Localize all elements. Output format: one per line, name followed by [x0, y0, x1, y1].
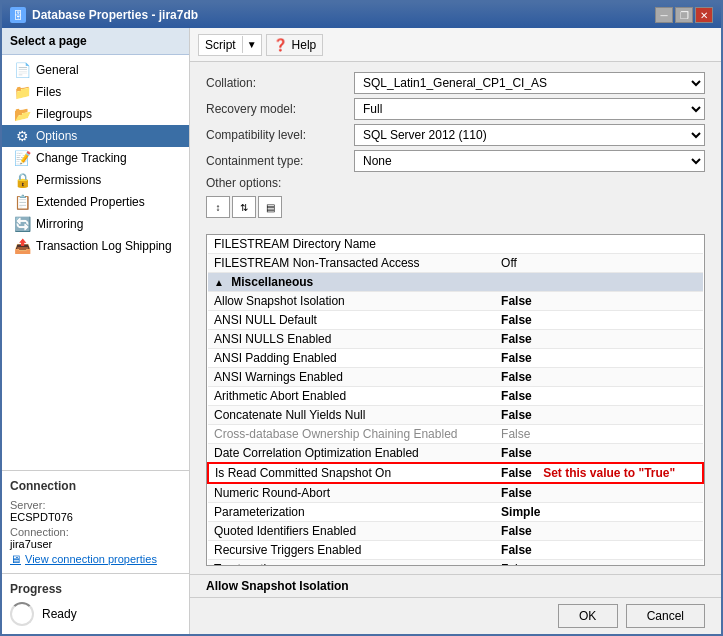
- table-row[interactable]: FILESTREAM Directory Name: [208, 235, 703, 254]
- row-value: False: [495, 311, 703, 330]
- row-name: Recursive Triggers Enabled: [208, 541, 495, 560]
- connection-section: Connection Server: ECSPDT076 Connection:…: [2, 470, 189, 573]
- window-icon: 🗄: [10, 7, 26, 23]
- row-value: False: [495, 406, 703, 425]
- sidebar-item-change-tracking[interactable]: 📝 Change Tracking: [2, 147, 189, 169]
- view-connection-link[interactable]: 🖥 View connection properties: [10, 553, 181, 565]
- sidebar-nav: 📄 General 📁 Files 📂 Filegroups ⚙ Options…: [2, 55, 189, 470]
- row-value: False: [495, 387, 703, 406]
- table-row[interactable]: Concatenate Null Yields Null False: [208, 406, 703, 425]
- row-name: ANSI Padding Enabled: [208, 349, 495, 368]
- sidebar-item-options[interactable]: ⚙ Options: [2, 125, 189, 147]
- other-options-label: Other options:: [206, 176, 705, 190]
- options-icon: ⚙: [14, 128, 30, 144]
- title-bar: 🗄 Database Properties - jira7db ─ ❐ ✕: [2, 2, 721, 28]
- row-name: Quoted Identifiers Enabled: [208, 522, 495, 541]
- connection-link-icon: 🖥: [10, 553, 21, 565]
- table-row[interactable]: ANSI NULLS Enabled False: [208, 330, 703, 349]
- sidebar-item-general[interactable]: 📄 General: [2, 59, 189, 81]
- options-table: FILESTREAM Directory Name FILESTREAM Non…: [207, 235, 704, 565]
- sidebar-item-permissions[interactable]: 🔒 Permissions: [2, 169, 189, 191]
- row-value: False: [495, 330, 703, 349]
- table-row[interactable]: FILESTREAM Non-Transacted Access Off: [208, 254, 703, 273]
- ok-button[interactable]: OK: [558, 604, 618, 628]
- table-row[interactable]: Date Correlation Optimization Enabled Fa…: [208, 444, 703, 464]
- right-panel: Script ▼ ❓ Help Collation: SQL_Latin1_Ge…: [190, 28, 721, 634]
- help-icon: ❓: [273, 38, 288, 52]
- options-table-container: FILESTREAM Directory Name FILESTREAM Non…: [206, 234, 705, 566]
- recovery-select[interactable]: Full: [354, 98, 705, 120]
- group-button[interactable]: ▤: [258, 196, 282, 218]
- toolbar: Script ▼ ❓ Help: [190, 28, 721, 62]
- sidebar-label-transaction-log: Transaction Log Shipping: [36, 239, 172, 253]
- recovery-value: Full: [354, 98, 705, 120]
- section-label: ▲ Miscellaneous: [208, 273, 703, 292]
- script-dropdown[interactable]: Script ▼: [198, 34, 262, 56]
- row-value: False: [495, 522, 703, 541]
- status-bar: Allow Snapshot Isolation: [190, 574, 721, 597]
- window-controls: ─ ❐ ✕: [655, 7, 713, 23]
- collapse-icon[interactable]: ▲: [214, 277, 224, 288]
- row-value: False: [495, 292, 703, 311]
- row-name: Trustworthy: [208, 560, 495, 566]
- row-name: Concatenate Null Yields Null: [208, 406, 495, 425]
- sort-asc-button[interactable]: ↕: [206, 196, 230, 218]
- sort-desc-button[interactable]: ⇅: [232, 196, 256, 218]
- table-row[interactable]: Trustworthy False: [208, 560, 703, 566]
- filegroups-icon: 📂: [14, 106, 30, 122]
- collation-select[interactable]: SQL_Latin1_General_CP1_CI_AS: [354, 72, 705, 94]
- mini-toolbar: ↕ ⇅ ▤: [206, 196, 705, 218]
- row-name: Parameterization: [208, 503, 495, 522]
- server-value: ECSPDT076: [10, 511, 181, 523]
- containment-row: Containment type: None: [206, 150, 705, 172]
- minimize-button[interactable]: ─: [655, 7, 673, 23]
- script-dropdown-arrow[interactable]: ▼: [242, 36, 261, 53]
- table-row[interactable]: ANSI Warnings Enabled False: [208, 368, 703, 387]
- row-name: ANSI NULLS Enabled: [208, 330, 495, 349]
- row-name: ANSI NULL Default: [208, 311, 495, 330]
- server-label: Server:: [10, 499, 181, 511]
- extended-properties-icon: 📋: [14, 194, 30, 210]
- progress-section: Progress Ready: [2, 573, 189, 634]
- table-row[interactable]: Numeric Round-Abort False: [208, 483, 703, 503]
- highlighted-row-is-read-committed[interactable]: Is Read Committed Snapshot On False Set …: [208, 463, 703, 483]
- row-value: False: [495, 349, 703, 368]
- compatibility-row: Compatibility level: SQL Server 2012 (11…: [206, 124, 705, 146]
- window-title: Database Properties - jira7db: [32, 8, 649, 22]
- table-row[interactable]: Parameterization Simple: [208, 503, 703, 522]
- table-row[interactable]: ANSI NULL Default False: [208, 311, 703, 330]
- row-name: ANSI Warnings Enabled: [208, 368, 495, 387]
- close-button[interactable]: ✕: [695, 7, 713, 23]
- view-connection-text: View connection properties: [25, 553, 157, 565]
- sidebar-item-filegroups[interactable]: 📂 Filegroups: [2, 103, 189, 125]
- cancel-button[interactable]: Cancel: [626, 604, 705, 628]
- section-header-miscellaneous: ▲ Miscellaneous: [208, 273, 703, 292]
- sidebar-item-extended-properties[interactable]: 📋 Extended Properties: [2, 191, 189, 213]
- row-value: False: [495, 560, 703, 566]
- sidebar-item-files[interactable]: 📁 Files: [2, 81, 189, 103]
- sidebar-item-transaction-log[interactable]: 📤 Transaction Log Shipping: [2, 235, 189, 257]
- table-row[interactable]: Cross-database Ownership Chaining Enable…: [208, 425, 703, 444]
- help-label: Help: [292, 38, 317, 52]
- collation-value: SQL_Latin1_General_CP1_CI_AS: [354, 72, 705, 94]
- recovery-label: Recovery model:: [206, 102, 346, 116]
- table-row[interactable]: ANSI Padding Enabled False: [208, 349, 703, 368]
- restore-button[interactable]: ❐: [675, 7, 693, 23]
- table-row[interactable]: Arithmetic Abort Enabled False: [208, 387, 703, 406]
- help-button[interactable]: ❓ Help: [266, 34, 324, 56]
- compatibility-select[interactable]: SQL Server 2012 (110): [354, 124, 705, 146]
- containment-label: Containment type:: [206, 154, 346, 168]
- script-label: Script: [199, 35, 242, 55]
- options-table-scroll[interactable]: FILESTREAM Directory Name FILESTREAM Non…: [207, 235, 704, 565]
- connection-label: Connection:: [10, 526, 181, 538]
- sidebar-label-extended-properties: Extended Properties: [36, 195, 145, 209]
- table-row[interactable]: Quoted Identifiers Enabled False: [208, 522, 703, 541]
- sidebar-label-general: General: [36, 63, 79, 77]
- table-row[interactable]: Recursive Triggers Enabled False: [208, 541, 703, 560]
- sidebar-label-files: Files: [36, 85, 61, 99]
- containment-select[interactable]: None: [354, 150, 705, 172]
- table-row[interactable]: Allow Snapshot Isolation False: [208, 292, 703, 311]
- sidebar-item-mirroring[interactable]: 🔄 Mirroring: [2, 213, 189, 235]
- row-value: False: [495, 483, 703, 503]
- permissions-icon: 🔒: [14, 172, 30, 188]
